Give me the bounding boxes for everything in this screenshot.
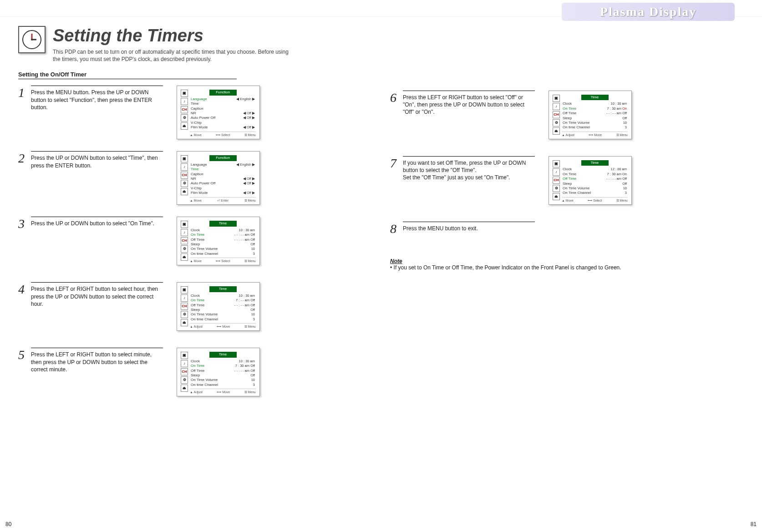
osd-function-screenshot-2: ▣♪CH⚙⏏ Function Language◀ English ▶ Time… — [177, 151, 260, 204]
osd-time-7: ▣♪CH⚙⏏TimeClock12 : 00 am On Time7 : 30 … — [549, 156, 632, 205]
brand-logo: Plasma Display — [562, 3, 735, 21]
clock-icon — [18, 26, 46, 53]
osd-time-6: ▣♪CH⚙⏏TimeClock10 : 30 am On Time7 : 30 … — [549, 91, 632, 139]
section-heading: Setting the On/Off Timer — [18, 71, 237, 79]
step-7: 7 If you want to set Off Time, press the… — [390, 156, 744, 215]
osd-time-5: ▣♪CH⚙⏏TimeClock10 : 30 am On Time7 : 30 … — [177, 348, 260, 396]
osd-title: Function — [209, 90, 237, 95]
step-2: 2 Press the UP or DOWN button to select … — [18, 151, 372, 210]
right-page: 6 Press the LEFT or RIGHT button to sele… — [390, 26, 744, 407]
step-5: 5 Press the LEFT or RIGHT button to sele… — [18, 348, 372, 407]
step-text: Press the MENU button. Press the UP or D… — [31, 86, 163, 111]
step-text: Press the UP or DOWN button to select "T… — [31, 151, 163, 169]
osd-time-4: ▣♪CH⚙⏏TimeClock10 : 30 am On Time7 : - -… — [177, 282, 260, 331]
step-1: 1 Press the MENU button. Press the UP or… — [18, 86, 372, 145]
top-banner: Plasma Display — [0, 0, 762, 17]
page-number-left: 80 — [5, 521, 11, 527]
step-number: 2 — [18, 151, 28, 165]
note-label: Note — [390, 258, 402, 264]
page-number-right: 81 — [751, 521, 757, 527]
step-3: 3 Press the UP or DOWN button to select … — [18, 217, 372, 276]
page-subtitle: This PDP can be set to turn on or off au… — [53, 48, 290, 63]
step-6: 6 Press the LEFT or RIGHT button to sele… — [390, 91, 744, 150]
step-number: 1 — [18, 86, 28, 99]
step-8: 8 Press the MENU button to exit. — [390, 222, 744, 240]
osd-function-screenshot: ▣♪CH⚙⏏ Function Language◀ English ▶ Time… — [177, 86, 260, 139]
svg-point-3 — [31, 39, 33, 41]
osd-time-3: ▣♪CH⚙⏏TimeClock10 : 30 am On Time- - : -… — [177, 217, 260, 265]
step-4: 4 Press the LEFT or RIGHT button to sele… — [18, 282, 372, 341]
note-block: Note • If you set to On Time or Off Time… — [390, 258, 744, 271]
page-title: Setting the Timers — [53, 26, 290, 46]
note-text: If you set to On Time or Off Time, the P… — [394, 264, 621, 271]
left-page: Setting the Timers This PDP can be set t… — [18, 26, 372, 407]
